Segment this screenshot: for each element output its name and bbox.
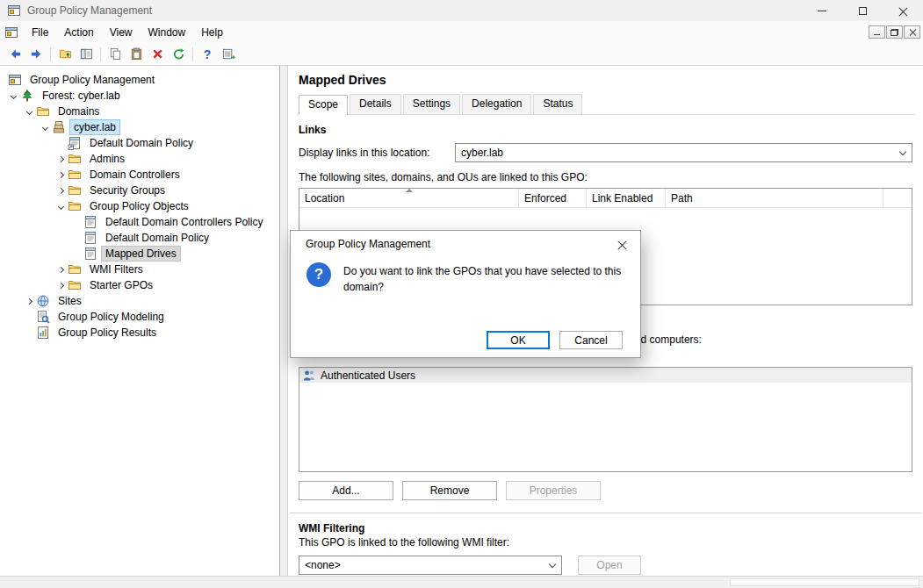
export-list-button[interactable] (218, 45, 239, 64)
maximize-icon (859, 7, 867, 15)
wmi-filter-dropdown[interactable]: <none> (299, 556, 562, 575)
show-console-tree-button[interactable] (76, 45, 97, 64)
tree-item-label: Group Policy Results (54, 325, 161, 341)
chevron-collapsed-icon[interactable] (54, 169, 67, 181)
column-header-location[interactable]: Location (299, 189, 519, 207)
tab-settings[interactable]: Settings (403, 94, 460, 114)
tree-item-label: Admins (85, 151, 129, 167)
forward-button[interactable] (25, 45, 47, 64)
tree-item-admins[interactable]: Admins (7, 151, 279, 167)
chevron-collapsed-icon[interactable] (54, 184, 67, 197)
up-one-level-button[interactable] (54, 45, 76, 64)
close-icon (909, 29, 916, 36)
ok-button[interactable]: OK (487, 331, 550, 349)
chevron-collapsed-icon[interactable] (54, 153, 67, 165)
wmi-filter-value: <none> (305, 559, 341, 571)
tab-details[interactable]: Details (350, 94, 401, 114)
chevron-expanded-icon[interactable] (7, 90, 19, 102)
pane-splitter[interactable] (280, 66, 287, 576)
menu-view[interactable]: View (102, 23, 141, 42)
tree-item-label: Starter GPOs (85, 277, 157, 293)
minimize-button[interactable] (802, 0, 842, 21)
column-header-path[interactable]: Path (666, 189, 883, 207)
tree-item-label: Domain Controllers (85, 167, 184, 183)
status-bar (0, 576, 923, 588)
tree-item-label: Group Policy Management (25, 72, 159, 88)
tree-item-mapped-drives[interactable]: Mapped Drives (7, 246, 279, 262)
refresh-button[interactable] (168, 45, 189, 64)
tab-bar: Scope Details Settings Delegation Status (297, 94, 914, 114)
column-header-enforced[interactable]: Enforced (519, 189, 587, 207)
forest-icon (20, 89, 34, 103)
tree-item-sites[interactable]: Sites (7, 293, 279, 309)
chevron-placeholder (70, 247, 83, 260)
cancel-button[interactable]: Cancel (559, 331, 623, 349)
tree-item-label: Group Policy Modeling (54, 309, 169, 325)
delete-icon (151, 47, 164, 61)
menu-action[interactable]: Action (56, 23, 101, 42)
help-button[interactable]: ? (197, 45, 218, 64)
copy-button[interactable] (105, 45, 126, 64)
tree-item-default-domain-policy-link[interactable]: Default Domain Policy (7, 135, 279, 151)
export-list-icon (222, 47, 235, 61)
paste-button[interactable] (126, 45, 147, 64)
tab-status[interactable]: Status (533, 94, 582, 114)
chevron-collapsed-icon[interactable] (23, 295, 35, 307)
tree-item-default-domain-policy-gpo[interactable]: Default Domain Policy (7, 230, 279, 246)
tree-item-label: Default Domain Controllers Policy (101, 214, 267, 230)
chevron-collapsed-icon[interactable] (54, 263, 67, 276)
child-close-button[interactable] (904, 25, 920, 39)
menu-help[interactable]: Help (193, 23, 231, 42)
window-title: Group Policy Management (27, 4, 152, 17)
child-restore-button[interactable] (886, 25, 903, 39)
remove-button[interactable]: Remove (402, 481, 497, 500)
dialog-close-button[interactable] (604, 232, 639, 256)
tree-item-starter-gpos[interactable]: Starter GPOs (7, 277, 279, 293)
tree-item-wmi-filters[interactable]: WMI Filters (7, 262, 279, 277)
tab-delegation[interactable]: Delegation (462, 94, 531, 114)
tree-item-security-groups[interactable]: Security Groups (7, 183, 279, 198)
tree-item-cyber-lab-domain[interactable]: cyber.lab (7, 119, 279, 135)
chevron-collapsed-icon[interactable] (54, 279, 67, 291)
close-button[interactable] (883, 0, 923, 21)
tree-item-group-policy-management[interactable]: Group Policy Management (7, 72, 279, 88)
chevron-expanded-icon[interactable] (39, 121, 51, 133)
gpo-icon (83, 231, 97, 245)
list-item-authenticated-users[interactable]: Authenticated Users (299, 368, 912, 383)
help-icon: ? (204, 47, 212, 61)
forward-icon (30, 47, 43, 61)
tree-item-domains[interactable]: Domains (7, 104, 279, 119)
menu-file[interactable]: File (24, 23, 56, 42)
refresh-icon (172, 47, 185, 61)
tree-item-label: Forest: cyber.lab (38, 88, 125, 104)
wmi-filtering-caption: This GPO is linked to the following WMI … (299, 536, 912, 549)
tree-item-default-domain-controllers-policy[interactable]: Default Domain Controllers Policy (7, 214, 279, 230)
up-one-level-icon (59, 47, 72, 61)
tree-item-label: WMI Filters (85, 262, 148, 277)
location-dropdown[interactable]: cyber.lab (455, 143, 912, 162)
folder-icon (68, 183, 82, 197)
open-button: Open (578, 556, 641, 575)
link-gpo-dialog: Group Policy Management ? Do you want to… (290, 230, 641, 358)
menu-window[interactable]: Window (141, 23, 194, 42)
tab-scope[interactable]: Scope (299, 95, 348, 115)
column-header-link-enabled[interactable]: Link Enabled (587, 189, 666, 207)
tree-item-group-policy-results[interactable]: Group Policy Results (7, 325, 279, 341)
location-dropdown-value: cyber.lab (461, 147, 503, 159)
close-icon (898, 6, 908, 16)
add-button[interactable]: Add... (299, 481, 393, 500)
tree-item-forest-cyber-lab[interactable]: Forest: cyber.lab (7, 88, 279, 104)
child-minimize-button[interactable] (869, 25, 885, 39)
chevron-expanded-icon[interactable] (23, 105, 35, 118)
dialog-title: Group Policy Management (291, 231, 640, 257)
back-button[interactable] (4, 45, 25, 64)
tree-item-domain-controllers[interactable]: Domain Controllers (7, 167, 279, 183)
tree-item-label: Mapped Drives (101, 246, 181, 262)
section-divider (290, 513, 921, 513)
maximize-button[interactable] (842, 0, 883, 21)
tree-item-group-policy-modeling[interactable]: Group Policy Modeling (7, 309, 279, 325)
tree-item-group-policy-objects[interactable]: Group Policy Objects (7, 198, 279, 214)
chevron-expanded-icon[interactable] (54, 200, 67, 212)
status-bar-panel (730, 578, 919, 586)
delete-button[interactable] (147, 45, 168, 64)
